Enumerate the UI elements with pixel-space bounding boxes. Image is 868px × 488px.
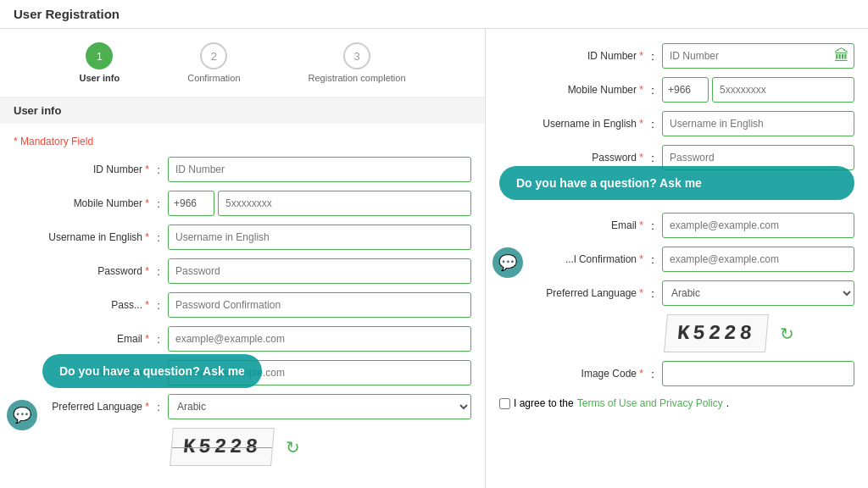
lang-colon: :	[154, 401, 163, 413]
section-header: User info	[0, 97, 485, 124]
right-image-code-colon: :	[648, 368, 657, 380]
email-input[interactable]	[168, 326, 471, 352]
captcha-image: K5228	[170, 428, 275, 466]
id-required-star: *	[145, 164, 149, 175]
right-email-label: Email *	[499, 219, 643, 231]
right-captcha-refresh-button[interactable]: ↻	[774, 321, 799, 347]
preferred-lang-select[interactable]: Arabic English	[168, 394, 471, 419]
password-colon: :	[154, 265, 163, 278]
right-country-code-input[interactable]	[662, 77, 709, 103]
email-label: Email *	[14, 333, 149, 345]
chat-icon-left[interactable]: 💬	[7, 400, 37, 430]
step-circle-3: 3	[343, 42, 370, 69]
right-terms-link[interactable]: Terms of Use and Privacy Policy	[577, 397, 723, 409]
page-container: User Registration 1 User info 2 Confirma…	[0, 0, 868, 488]
mobile-label: Mobile Number *	[14, 197, 149, 209]
password-confirm-input[interactable]	[168, 292, 471, 318]
right-email-confirm-input[interactable]	[662, 247, 854, 272]
id-colon: :	[154, 164, 163, 176]
right-mobile-wrapper	[662, 77, 854, 103]
preferred-lang-field: Preferred Language * : Arabic English	[0, 390, 485, 424]
right-username-required-star: *	[639, 118, 643, 130]
right-captcha-image: K5228	[664, 314, 769, 352]
right-terms-prefix: I agree to the	[514, 397, 574, 409]
username-label: Username in English *	[14, 231, 149, 243]
mobile-input[interactable]	[218, 191, 471, 216]
step-circle-1: 1	[86, 42, 113, 69]
pass-confirm-colon: :	[154, 299, 163, 312]
right-username-input[interactable]	[662, 111, 854, 136]
right-password-colon: :	[648, 152, 657, 164]
right-email-confirm-field: ...l Confirmation * :	[499, 242, 854, 276]
captcha-refresh-button[interactable]: ↻	[280, 435, 305, 460]
main-content: 1 User info 2 Confirmation 3 Registratio…	[0, 29, 868, 488]
right-password-required-star: *	[639, 152, 643, 164]
step-label-3: Registration completion	[309, 73, 406, 83]
email-colon: :	[154, 333, 163, 346]
right-captcha-row: K5228 ↻	[499, 310, 854, 357]
right-username-label: Username in English *	[499, 118, 643, 130]
id-number-input[interactable]	[168, 157, 471, 182]
tooltip-bubble-left: Do you have a question? Ask me	[42, 354, 262, 388]
right-username-colon: :	[648, 118, 657, 130]
right-email-confirm-required-star: *	[639, 253, 643, 265]
username-colon: :	[154, 231, 163, 244]
step-label-2: Confirmation	[187, 73, 240, 83]
id-input-wrapper: 🏛	[662, 43, 854, 69]
id-number-label: ID Number *	[14, 164, 149, 175]
left-panel: 1 User info 2 Confirmation 3 Registratio…	[0, 29, 486, 488]
right-id-input[interactable]	[662, 43, 854, 69]
username-field: Username in English * :	[0, 220, 485, 254]
step-3[interactable]: 3 Registration completion	[309, 42, 406, 83]
password-field: Password * :	[0, 254, 485, 288]
page-title: User Registration	[0, 0, 868, 29]
username-required-star: *	[145, 231, 149, 243]
right-terms-checkbox[interactable]	[499, 398, 510, 409]
right-preferred-lang-field: Preferred Language * : Arabic English	[499, 276, 854, 310]
tooltip-bubble-right: Do you have a question? Ask me	[499, 166, 854, 200]
right-email-colon: :	[648, 219, 657, 232]
right-mobile-colon: :	[648, 84, 657, 97]
pass-confirm-required-star: *	[145, 299, 149, 311]
captcha-area: K5228 ↻	[0, 424, 485, 470]
tooltip-text-right: Do you have a question? Ask me	[516, 176, 702, 190]
chat-icon-right[interactable]: 💬	[492, 247, 523, 278]
right-preferred-lang-select[interactable]: Arabic English	[662, 280, 854, 306]
step-1[interactable]: 1 User info	[80, 42, 120, 83]
country-code-input[interactable]	[168, 191, 214, 216]
right-image-code-input[interactable]	[662, 361, 854, 386]
right-id-required-star: *	[639, 50, 643, 62]
right-id-colon: :	[648, 50, 657, 63]
lang-required-star: *	[145, 401, 149, 413]
right-preferred-lang-label: Preferred Language *	[499, 287, 643, 299]
right-image-code-label: Image Code *	[499, 368, 643, 380]
step-label-1: User info	[80, 73, 120, 83]
right-tooltip-area: Password Confirmation * : Do you have a …	[499, 175, 854, 208]
mandatory-text: Mandatory Field	[20, 136, 93, 147]
password-confirm-field: Pass... * :	[0, 288, 485, 322]
right-mobile-field: Mobile Number * :	[499, 73, 854, 107]
right-mobile-input[interactable]	[712, 77, 854, 103]
step-circle-2: 2	[200, 42, 227, 69]
right-lang-colon: :	[648, 287, 657, 300]
right-email-field: Email * :	[499, 208, 854, 242]
right-image-code-required-star: *	[639, 368, 643, 380]
right-lang-required-star: *	[639, 287, 643, 299]
step-2[interactable]: 2 Confirmation	[187, 42, 240, 83]
password-confirm-label: Pass... *	[14, 299, 149, 311]
right-username-field: Username in English * :	[499, 107, 854, 141]
right-id-label: ID Number *	[499, 50, 643, 62]
right-terms-suffix: .	[726, 397, 729, 409]
password-input[interactable]	[168, 258, 471, 284]
right-mobile-label: Mobile Number *	[499, 84, 643, 96]
mobile-required-star: *	[145, 197, 149, 209]
right-panel: ID Number * : 🏛 Mobile Number * :	[486, 29, 868, 488]
right-mobile-required-star: *	[639, 84, 643, 96]
right-email-input[interactable]	[662, 213, 854, 238]
right-id-number-field: ID Number * : 🏛	[499, 39, 854, 73]
username-input[interactable]	[168, 225, 471, 250]
password-required-star: *	[145, 265, 149, 277]
mobile-number-field: Mobile Number * :	[0, 186, 485, 220]
right-email-confirm-colon: :	[648, 253, 657, 266]
id-number-field: ID Number * :	[0, 152, 485, 186]
